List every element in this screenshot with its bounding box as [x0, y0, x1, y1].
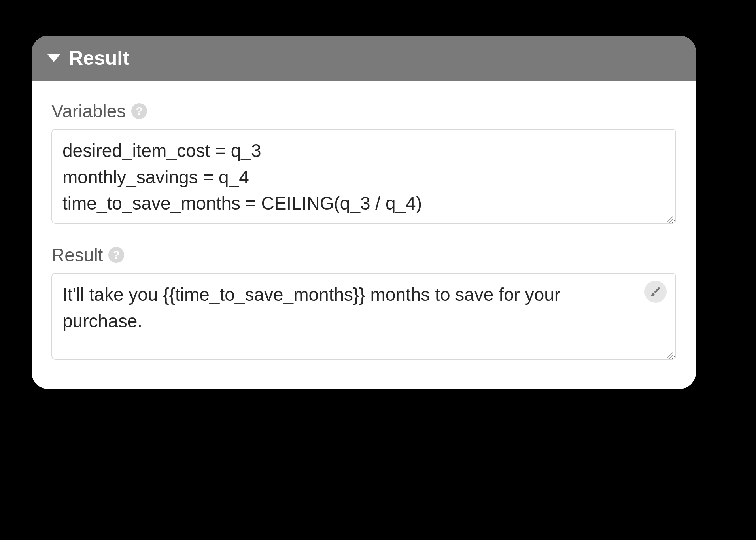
- variables-textarea-wrap: [51, 129, 676, 225]
- brush-icon: [650, 286, 662, 298]
- result-label-row: Result ?: [51, 244, 676, 266]
- brush-button[interactable]: [644, 281, 667, 303]
- panel-title: Result: [69, 47, 129, 70]
- result-field-group: Result ?: [51, 244, 676, 361]
- variables-label: Variables: [51, 100, 126, 122]
- panel-header[interactable]: Result: [32, 36, 696, 81]
- result-panel: Result Variables ? Result ?: [32, 36, 696, 389]
- variables-field-group: Variables ?: [51, 100, 676, 225]
- variables-input[interactable]: [51, 129, 676, 224]
- variables-label-row: Variables ?: [51, 100, 676, 122]
- help-icon[interactable]: ?: [131, 103, 147, 119]
- help-icon[interactable]: ?: [108, 247, 124, 263]
- panel-body: Variables ? Result ?: [32, 81, 696, 389]
- result-label: Result: [51, 244, 103, 266]
- result-input[interactable]: [51, 273, 676, 360]
- result-textarea-wrap: [51, 273, 676, 361]
- disclosure-triangle-icon[interactable]: [47, 54, 60, 62]
